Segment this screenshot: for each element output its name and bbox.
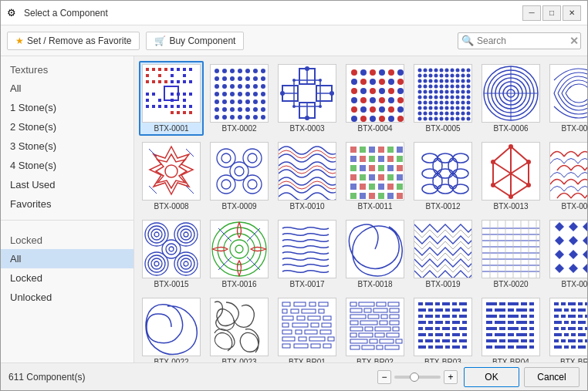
sidebar-item-last-used[interactable]: Last Used bbox=[1, 175, 133, 194]
svg-point-193 bbox=[434, 90, 438, 94]
zoom-slider-track[interactable] bbox=[394, 376, 441, 379]
svg-point-242 bbox=[429, 117, 433, 121]
sidebar-item-2-stone[interactable]: 2 Stone(s) bbox=[1, 117, 133, 137]
ok-button[interactable]: OK bbox=[464, 367, 519, 387]
svg-rect-469 bbox=[452, 302, 457, 305]
tile-img-BTX-0019 bbox=[414, 220, 472, 278]
tile-BTX-0021[interactable]: BTX-0021 bbox=[546, 217, 587, 292]
svg-rect-308 bbox=[369, 193, 375, 199]
tile-BTX-BR02[interactable]: BTX-BR02 bbox=[343, 295, 407, 362]
svg-rect-474 bbox=[445, 308, 450, 312]
tile-BTX-0012[interactable]: BTX-0012 bbox=[411, 139, 475, 214]
grid-scroll[interactable]: BTX-0001 bbox=[134, 56, 587, 362]
cancel-button[interactable]: Cancel bbox=[524, 367, 580, 387]
tile-BTX-0005[interactable]: BTX-0005 bbox=[411, 61, 475, 136]
sidebar-item-favorites[interactable]: Favorites bbox=[1, 194, 133, 214]
svg-point-154 bbox=[440, 69, 444, 72]
zoom-out-button[interactable]: − bbox=[377, 370, 391, 384]
svg-rect-6 bbox=[158, 74, 161, 77]
tile-BTX-0015[interactable]: BTX-0015 bbox=[139, 217, 204, 292]
svg-rect-28 bbox=[164, 105, 167, 108]
tile-BTX-BR04[interactable]: BTX-BR04 bbox=[478, 295, 543, 362]
tile-BTX-0009[interactable]: BTX-0009 bbox=[207, 139, 272, 214]
svg-point-179 bbox=[467, 79, 471, 83]
svg-point-54 bbox=[230, 76, 235, 81]
tile-BTX-BR01[interactable]: BTX-BR01 bbox=[275, 295, 340, 362]
svg-point-227 bbox=[456, 106, 460, 110]
svg-point-191 bbox=[424, 90, 427, 94]
tile-BTX-0019[interactable]: BTX-0019 bbox=[411, 217, 475, 292]
tile-BTX-0014[interactable]: BTX-0014 bbox=[546, 139, 587, 214]
tile-BTX-0008[interactable]: BTX-0008 bbox=[139, 139, 204, 214]
sidebar-item-4-stone[interactable]: 4 Stone(s) bbox=[1, 156, 133, 175]
sidebar-item-3-stone[interactable]: 3 Stone(s) bbox=[1, 137, 133, 156]
svg-rect-531 bbox=[508, 321, 514, 324]
svg-point-214 bbox=[440, 101, 444, 105]
tile-BTX-0002[interactable]: BTX-0002 bbox=[207, 61, 272, 136]
svg-point-204 bbox=[440, 96, 444, 99]
svg-rect-487 bbox=[452, 321, 460, 324]
tile-BTX-0016[interactable]: BTX-0016 bbox=[207, 217, 272, 292]
svg-rect-12 bbox=[177, 68, 180, 71]
buy-button[interactable]: 🛒 Buy Component bbox=[146, 32, 244, 50]
tile-BTX-0013[interactable]: BTX-0013 bbox=[478, 139, 543, 214]
tile-img-BTX-0009 bbox=[210, 142, 269, 201]
svg-rect-307 bbox=[360, 193, 366, 199]
tile-BTX-0022[interactable]: BTX-0022 bbox=[139, 295, 204, 362]
tile-BTX-0020[interactable]: BTX-0020 bbox=[478, 217, 543, 292]
svg-point-91 bbox=[245, 115, 250, 120]
zoom-in-button[interactable]: + bbox=[444, 370, 458, 384]
svg-point-70 bbox=[245, 92, 250, 96]
svg-point-88 bbox=[222, 115, 227, 120]
sidebar-item-unlocked[interactable]: Unlocked bbox=[1, 288, 133, 307]
tile-BTX-0007[interactable]: BTX-0007 bbox=[546, 61, 587, 136]
tile-BTX-0023[interactable]: BTX-0023 bbox=[207, 295, 272, 362]
svg-rect-297 bbox=[378, 174, 384, 180]
svg-rect-529 bbox=[486, 321, 492, 324]
svg-point-205 bbox=[445, 96, 449, 99]
svg-point-239 bbox=[467, 112, 471, 116]
sidebar-item-all-locked[interactable]: All bbox=[1, 249, 133, 268]
svg-rect-292 bbox=[387, 165, 394, 171]
ok-cancel-area: OK Cancel bbox=[464, 367, 580, 387]
zoom-slider-thumb[interactable] bbox=[410, 372, 419, 382]
tile-BTX-0011[interactable]: BTX-0011 bbox=[343, 139, 407, 214]
svg-point-131 bbox=[351, 97, 357, 103]
tile-BTX-BR03[interactable]: BTX-BR03 bbox=[411, 295, 475, 362]
tile-img-BTX-0001 bbox=[142, 64, 201, 123]
tile-label-BTX-0005: BTX-0005 bbox=[425, 124, 460, 133]
svg-point-207 bbox=[456, 96, 460, 99]
sidebar-item-1-stone[interactable]: 1 Stone(s) bbox=[1, 98, 133, 117]
svg-rect-473 bbox=[435, 308, 443, 312]
svg-rect-588 bbox=[578, 333, 586, 336]
svg-point-50 bbox=[253, 69, 258, 73]
search-clear-button[interactable]: ✕ bbox=[569, 35, 579, 47]
tile-BTX-BR05[interactable]: BTX-BR05 bbox=[546, 295, 587, 362]
svg-point-84 bbox=[245, 107, 250, 112]
svg-rect-497 bbox=[435, 333, 443, 336]
tile-BTX-0018[interactable]: BTX-0018 bbox=[343, 217, 407, 292]
tile-BTX-0006[interactable]: BTX-0006 bbox=[478, 61, 543, 136]
tile-BTX-0004[interactable]: BTX-0004 bbox=[343, 61, 407, 136]
svg-rect-561 bbox=[554, 308, 562, 312]
svg-point-128 bbox=[379, 88, 385, 94]
svg-point-64 bbox=[253, 84, 258, 89]
tile-img-BTX-0018 bbox=[346, 220, 404, 278]
tile-img-BTX-BR04 bbox=[482, 298, 540, 356]
search-input[interactable] bbox=[477, 35, 569, 46]
title-bar-buttons: ─ □ ✕ bbox=[522, 5, 581, 21]
close-button[interactable]: ✕ bbox=[563, 5, 581, 21]
svg-point-241 bbox=[424, 117, 427, 121]
tile-BTX-0001[interactable]: BTX-0001 bbox=[139, 61, 204, 136]
maximize-button[interactable]: □ bbox=[542, 5, 561, 21]
sidebar-item-locked[interactable]: Locked bbox=[1, 268, 133, 288]
tile-BTX-0010[interactable]: BTX-0010 bbox=[275, 139, 340, 214]
svg-point-45 bbox=[215, 69, 219, 73]
sidebar-item-all-textures[interactable]: All bbox=[1, 79, 133, 98]
minimize-button[interactable]: ─ bbox=[522, 5, 541, 21]
favorite-button[interactable]: ★ Set / Remove as Favorite bbox=[7, 32, 140, 50]
svg-point-111 bbox=[319, 105, 322, 108]
tile-BTX-0017[interactable]: BTX-0017 bbox=[275, 217, 340, 292]
tile-BTX-0003[interactable]: BTX-0003 bbox=[275, 61, 340, 136]
svg-rect-16 bbox=[183, 74, 186, 77]
